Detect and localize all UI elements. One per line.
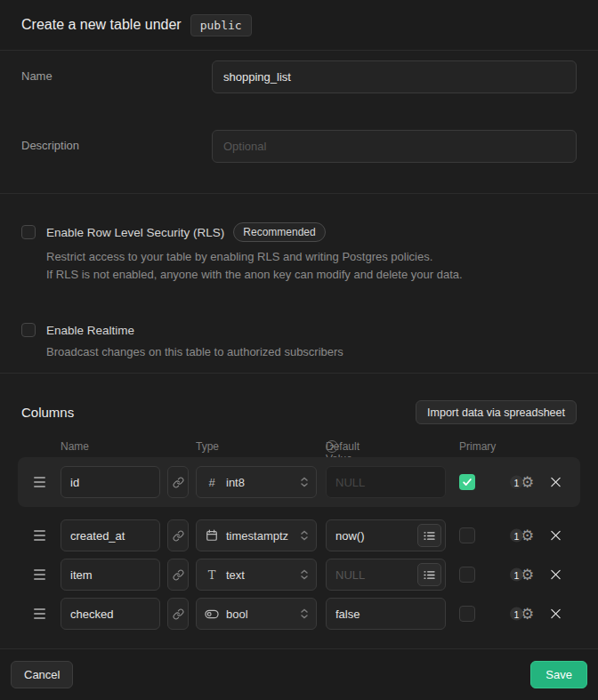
check-icon — [462, 477, 473, 487]
primary-checkbox[interactable] — [459, 567, 475, 583]
create-table-panel: Create a new table under public Name Des… — [0, 0, 598, 700]
column-settings-button[interactable]: 1 ⚙ — [510, 528, 534, 543]
toggle-icon — [204, 609, 220, 619]
recommended-badge: Recommended — [233, 222, 325, 242]
column-settings-button[interactable]: 1 ⚙ — [510, 607, 534, 622]
column-rows: # int8 1 ⚙ — [21, 457, 577, 630]
settings-count-badge: 1 — [510, 568, 523, 582]
close-icon — [550, 530, 562, 542]
realtime-option: Enable Realtime Broadcast changes on thi… — [21, 323, 577, 361]
drag-handle-icon[interactable] — [30, 566, 49, 583]
column-row-checked: bool 1 ⚙ — [21, 598, 577, 630]
link-icon — [173, 530, 184, 542]
rls-option: Enable Row Level Security (RLS) Recommen… — [21, 222, 577, 284]
default-suggestions-button[interactable] — [417, 524, 441, 547]
column-type-select[interactable]: timestamptz — [196, 519, 317, 551]
default-suggestions-button[interactable] — [417, 563, 441, 586]
realtime-description: Broadcast changes on this table to autho… — [46, 343, 577, 361]
description-label: Description — [21, 130, 212, 163]
link-icon — [173, 569, 184, 581]
column-name-input[interactable] — [61, 559, 160, 591]
primary-checkbox[interactable] — [459, 606, 475, 622]
hash-icon: # — [204, 476, 220, 489]
calendar-icon — [204, 529, 220, 542]
settings-count-badge: 1 — [510, 529, 523, 543]
columns-title: Columns — [21, 405, 74, 420]
cancel-button[interactable]: Cancel — [11, 661, 73, 688]
close-icon — [550, 608, 562, 620]
close-icon — [550, 477, 562, 488]
column-default-input — [326, 466, 446, 498]
table-description-input[interactable] — [212, 130, 577, 163]
columns-section: Columns Import data via spreadsheet Name… — [0, 374, 598, 649]
list-icon — [424, 531, 435, 541]
panel-header: Create a new table under public — [0, 0, 598, 51]
table-name-input[interactable] — [212, 60, 577, 93]
drag-handle-icon[interactable] — [30, 527, 49, 544]
table-options-section: Enable Row Level Security (RLS) Recommen… — [0, 194, 598, 374]
remove-column-button[interactable] — [548, 607, 563, 622]
realtime-checkbox[interactable] — [21, 323, 36, 337]
link-icon — [173, 477, 184, 488]
remove-column-button[interactable] — [548, 475, 563, 490]
schema-badge: public — [190, 14, 252, 36]
remove-column-button[interactable] — [548, 567, 563, 583]
chevron-updown-icon — [299, 607, 310, 620]
import-spreadsheet-button[interactable]: Import data via spreadsheet — [416, 400, 577, 424]
col-header-primary: Primary — [459, 440, 496, 453]
column-row-item: T text 1 ⚙ — [21, 559, 577, 591]
column-name-input[interactable] — [61, 598, 160, 630]
drag-handle-icon[interactable] — [30, 473, 49, 491]
rls-checkbox[interactable] — [21, 225, 36, 239]
drag-handle-icon[interactable] — [30, 605, 49, 623]
column-type-select[interactable]: # int8 — [196, 466, 317, 498]
column-type-select[interactable]: bool — [196, 598, 317, 630]
column-type-select[interactable]: T text — [196, 559, 317, 591]
rls-label: Enable Row Level Security (RLS) — [46, 226, 224, 239]
col-header-type: Type — [196, 440, 219, 453]
foreign-key-button[interactable] — [167, 519, 189, 551]
column-name-input[interactable] — [61, 519, 160, 551]
panel-footer: Cancel Save — [0, 649, 598, 700]
text-icon: T — [204, 568, 220, 582]
chevron-updown-icon — [299, 476, 310, 488]
col-header-name: Name — [61, 440, 89, 453]
column-row-created-at: timestamptz 1 ⚙ — [21, 519, 577, 551]
column-settings-button[interactable]: 1 ⚙ — [510, 475, 534, 490]
save-button[interactable]: Save — [530, 661, 587, 688]
link-icon — [173, 608, 184, 620]
table-info-section: Name Description — [0, 51, 598, 194]
question-circle-icon[interactable]: ? — [326, 440, 338, 453]
primary-checkbox[interactable] — [459, 474, 475, 490]
settings-count-badge: 1 — [510, 476, 523, 489]
rls-description: Restrict access to your table by enablin… — [46, 248, 577, 284]
chevron-updown-icon — [299, 529, 310, 542]
settings-count-badge: 1 — [510, 607, 523, 621]
foreign-key-button[interactable] — [167, 598, 189, 630]
foreign-key-button[interactable] — [167, 559, 189, 591]
foreign-key-button[interactable] — [167, 466, 189, 498]
name-label: Name — [21, 60, 212, 93]
close-icon — [550, 569, 562, 581]
column-row-id: # int8 1 ⚙ — [21, 457, 577, 507]
panel-title: Create a new table under — [21, 17, 182, 33]
chevron-updown-icon — [299, 568, 310, 581]
column-settings-button[interactable]: 1 ⚙ — [510, 567, 534, 583]
remove-column-button[interactable] — [548, 528, 563, 543]
list-icon — [424, 570, 435, 580]
primary-checkbox[interactable] — [459, 527, 475, 543]
realtime-label: Enable Realtime — [46, 324, 134, 337]
columns-grid-headers: Name Type Default Value ? Primary — [21, 440, 577, 454]
column-name-input[interactable] — [61, 466, 160, 498]
column-default-input[interactable] — [326, 598, 446, 630]
